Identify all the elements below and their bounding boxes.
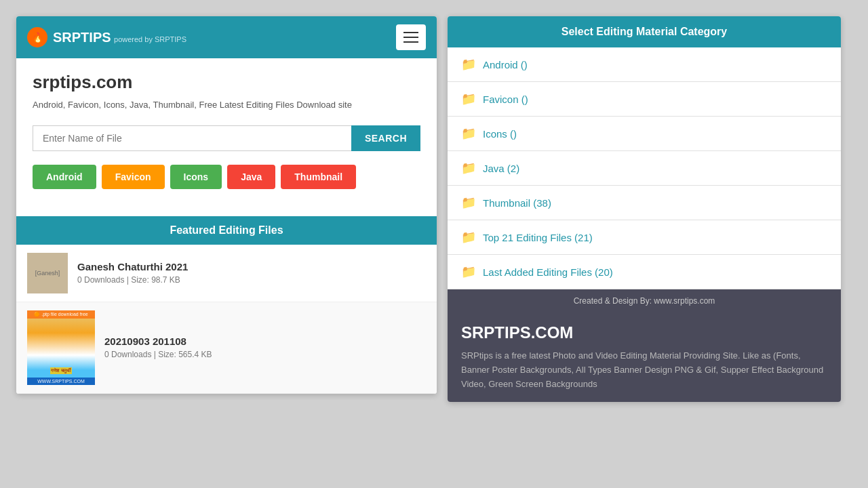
right-header: Select Editing Material Category [448,16,841,47]
folder-icon: 📁 [461,161,476,176]
file-name: Ganesh Chaturthi 2021 [77,261,426,272]
file-info: Ganesh Chaturthi 2021 0 Downloads | Size… [77,261,426,285]
logo-icon: 🔥 [27,27,47,47]
footer-brand-desc: SRPtips is a free latest Photo and Video… [461,349,827,391]
search-input[interactable] [33,125,351,151]
category-java-button[interactable]: Java [227,165,275,189]
file-thumbnail-ganesh: [Ganesh] [27,253,68,293]
hamburger-line-3 [403,41,418,43]
logo: 🔥 SRPTIPS powered by SRPTIPS [27,27,186,47]
right-panel: Select Editing Material Category 📁 Andro… [448,16,841,402]
file-name: 20210903 201108 [104,336,426,347]
shiva-text: गणेश चतुर्थी [50,367,72,374]
category-label: Thumbnail (38) [483,197,551,209]
category-item-java[interactable]: 📁 Java (2) [448,151,841,186]
hamburger-line-1 [403,32,418,33]
site-title: srptips.com [33,72,420,93]
category-label: Favicon () [483,94,528,105]
file-meta: 0 Downloads | Size: 565.4 KB [104,350,426,359]
logo-text: SRPTIPS [53,30,111,45]
category-android-button[interactable]: Android [33,165,96,189]
shiva-overlay-text: 🟠 .ptp file download free [27,310,95,319]
left-content: srptips.com Android, Favicon, Icons, Jav… [16,58,437,203]
category-label: Icons () [483,128,517,140]
category-item-top21[interactable]: 📁 Top 21 Editing Files (21) [448,220,841,255]
file-item[interactable]: 🟠 .ptp file download free गणेश चतुर्थी W… [16,302,437,394]
category-label: Last Added Editing Files (20) [483,266,613,278]
file-info: 20210903 201108 0 Downloads | Size: 565.… [104,336,426,359]
category-label: Android () [483,59,528,70]
folder-icon: 📁 [461,230,476,245]
category-item-last-added[interactable]: 📁 Last Added Editing Files (20) [448,255,841,289]
category-list: 📁 Android () 📁 Favicon () 📁 Icons () 📁 J… [448,47,841,289]
file-thumbnail-shiva: 🟠 .ptp file download free गणेश चतुर्थी W… [27,310,95,385]
navbar: 🔥 SRPTIPS powered by SRPTIPS [16,16,437,58]
category-label: Java (2) [483,163,519,174]
folder-icon: 📁 [461,264,476,279]
category-item-icons[interactable]: 📁 Icons () [448,117,841,151]
site-desc: Android, Favicon, Icons, Java, Thumbnail… [33,98,420,112]
hamburger-button[interactable] [396,24,426,50]
footer-brand: SRPTIPS.COM SRPtips is a free latest Pho… [448,312,841,402]
category-thumbnail-button[interactable]: Thumbnail [281,165,356,189]
page-wrapper: 🔥 SRPTIPS powered by SRPTIPS srptips.com… [0,0,868,488]
category-item-favicon[interactable]: 📁 Favicon () [448,82,841,117]
file-meta: 0 Downloads | Size: 98.7 KB [77,275,426,285]
featured-bar: Featured Editing Files [16,216,437,245]
shiva-bottom-text: WWW.SRPTIPS.COM [27,378,95,385]
file-item[interactable]: [Ganesh] Ganesh Chaturthi 2021 0 Downloa… [16,245,437,302]
search-row: SEARCH [33,125,420,151]
folder-icon: 📁 [461,195,476,210]
hamburger-line-2 [403,37,418,38]
category-item-android[interactable]: 📁 Android () [448,47,841,82]
search-button[interactable]: SEARCH [351,125,420,151]
category-icons-button[interactable]: Icons [170,165,222,189]
file-list: [Ganesh] Ganesh Chaturthi 2021 0 Downloa… [16,245,437,394]
category-item-thumbnail[interactable]: 📁 Thumbnail (38) [448,186,841,220]
folder-icon: 📁 [461,57,476,72]
category-buttons: Android Favicon Icons Java Thumbnail [33,165,420,189]
folder-icon: 📁 [461,92,476,106]
left-panel: 🔥 SRPTIPS powered by SRPTIPS srptips.com… [16,16,437,394]
logo-sub: powered by SRPTIPS [114,35,186,43]
folder-icon: 📁 [461,126,476,141]
footer-brand-title: SRPTIPS.COM [461,323,827,342]
category-favicon-button[interactable]: Favicon [102,165,165,189]
footer-credit: Created & Design By: www.srptips.com [448,289,841,312]
category-label: Top 21 Editing Files (21) [483,232,593,243]
